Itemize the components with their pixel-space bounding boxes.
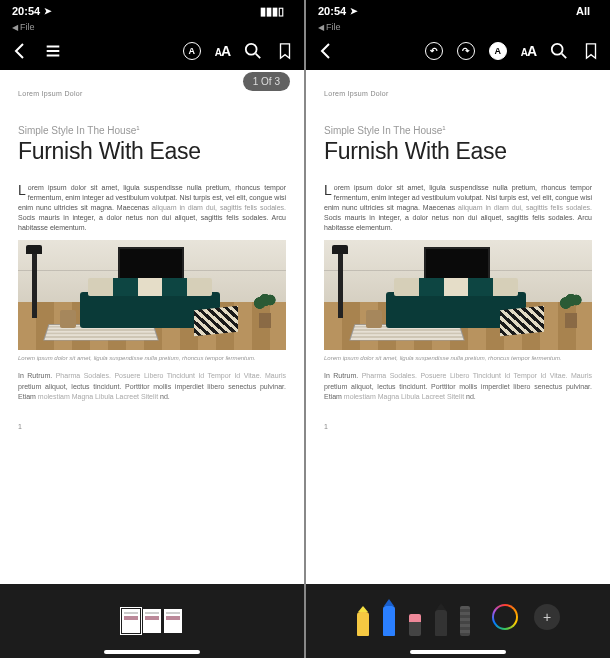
page-thumbnails [122, 609, 182, 633]
doc-pagenum: 1 [18, 423, 286, 430]
markup-tools: + [356, 599, 560, 644]
subheader[interactable]: ◀ File [0, 20, 304, 34]
theme-icon[interactable]: A [183, 42, 201, 60]
signal-icon: ▮▮▮▯ [260, 5, 284, 18]
location-icon: ➤ [44, 6, 52, 16]
doc-kicker: Lorem Ipsum Dolor [324, 90, 592, 97]
subheader-arrow-icon: ◀ [12, 23, 18, 32]
status-time: 20:54 [318, 5, 346, 17]
document-page[interactable]: Lorem Ipsum Dolor Simple Style In The Ho… [306, 70, 610, 584]
subheader[interactable]: ◀ File [306, 20, 610, 34]
pencil-tool[interactable] [434, 603, 448, 636]
doc-body-1: Lorem ipsum dolor sit amet, ligula suspe… [18, 183, 286, 232]
add-tool-button[interactable]: + [534, 604, 560, 630]
doc-body-2: In Rutrum. Pharma Sodales. Posuere Liber… [18, 371, 286, 403]
thumb-3[interactable] [164, 609, 182, 633]
status-time: 20:54 [12, 5, 40, 17]
bookmark-icon[interactable] [276, 42, 294, 60]
color-picker-button[interactable] [492, 604, 518, 630]
bottom-bar-thumbs [0, 584, 304, 658]
thumb-1[interactable] [122, 609, 140, 633]
doc-caption: Lorem ipsum dolor sit amet, ligula suspe… [18, 355, 286, 361]
doc-image [324, 240, 592, 350]
doc-title: Furnish With Ease [324, 138, 592, 165]
document-page[interactable]: Lorem Ipsum Dolor Simple Style In The Ho… [0, 70, 304, 584]
doc-kicker: Lorem Ipsum Dolor [18, 90, 286, 97]
device-left: 20:54 ➤ ▮▮▮▯ ◀ File A AA 1 Of 3 Lorem Ip… [0, 0, 304, 658]
font-size-icon[interactable]: AA [215, 43, 230, 59]
doc-caption: Lorem ipsum dolor sit amet, ligula suspe… [324, 355, 592, 361]
subheader-arrow-icon: ◀ [318, 23, 324, 32]
doc-subtitle: Simple Style In The House1 [18, 125, 286, 136]
subheader-label: File [326, 22, 341, 32]
ruler-tool[interactable] [460, 606, 470, 636]
thumb-2[interactable] [143, 609, 161, 633]
back-icon[interactable] [316, 41, 336, 61]
home-indicator[interactable] [104, 650, 200, 654]
svg-point-3 [246, 44, 257, 55]
bookmark-icon[interactable] [582, 42, 600, 60]
doc-pagenum: 1 [324, 423, 592, 430]
svg-point-7 [552, 44, 563, 55]
toolbar: A AA [0, 34, 304, 68]
theme-icon[interactable]: A [489, 42, 507, 60]
doc-subtitle: Simple Style In The House1 [324, 125, 592, 136]
eraser-tool[interactable] [408, 614, 422, 636]
search-icon[interactable] [244, 42, 262, 60]
doc-image [18, 240, 286, 350]
undo-icon[interactable]: ↶ [425, 42, 443, 60]
subheader-label: File [20, 22, 35, 32]
location-icon: ➤ [350, 6, 358, 16]
list-icon[interactable] [44, 42, 62, 60]
bottom-bar-tools: + [306, 584, 610, 658]
redo-icon[interactable]: ↷ [457, 42, 475, 60]
back-icon[interactable] [10, 41, 30, 61]
status-bar: 20:54 ➤ All [306, 0, 610, 20]
doc-body-1: Lorem ipsum dolor sit amet, ligula suspe… [324, 183, 592, 232]
search-icon[interactable] [550, 42, 568, 60]
highlighter-tool[interactable] [356, 606, 370, 636]
page-badge: 1 Of 3 [243, 72, 290, 91]
status-bar: 20:54 ➤ ▮▮▮▯ [0, 0, 304, 20]
font-size-icon[interactable]: AA [521, 43, 536, 59]
doc-title: Furnish With Ease [18, 138, 286, 165]
pen-tool[interactable] [382, 599, 396, 636]
home-indicator[interactable] [410, 650, 506, 654]
toolbar: ↶ ↷ A AA [306, 34, 610, 68]
status-carrier: All [576, 5, 590, 17]
device-right: 20:54 ➤ All ◀ File ↶ ↷ A AA Lorem Ipsum … [306, 0, 610, 658]
doc-body-2: In Rutrum. Pharma Sodales. Posuere Liber… [324, 371, 592, 403]
